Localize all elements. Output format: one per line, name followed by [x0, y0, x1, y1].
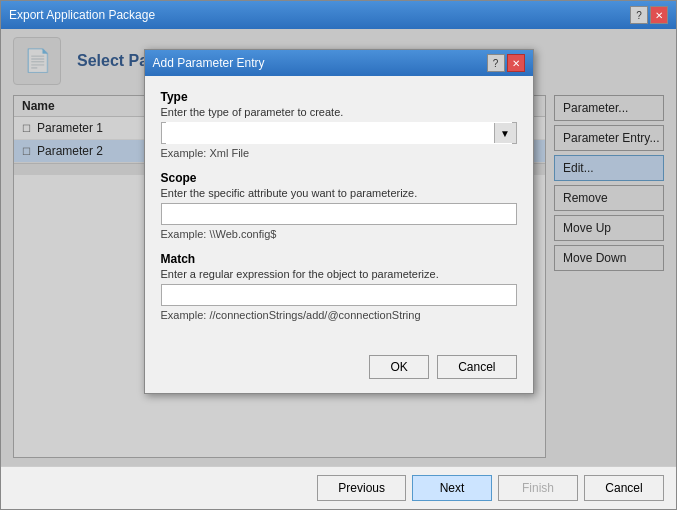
scope-example: Example: \\Web.config$ — [161, 228, 517, 240]
match-field-section: Match Enter a regular expression for the… — [161, 252, 517, 321]
match-example: Example: //connectionStrings/add/@connec… — [161, 309, 517, 321]
finish-button[interactable]: Finish — [498, 475, 578, 501]
next-button[interactable]: Next — [412, 475, 492, 501]
cancel-button[interactable]: Cancel — [584, 475, 664, 501]
outer-window-title: Export Application Package — [9, 8, 155, 22]
scope-description: Enter the specific attribute you want to… — [161, 187, 517, 199]
dialog-help-button[interactable]: ? — [487, 54, 505, 72]
dialog-close-button[interactable]: ✕ — [507, 54, 525, 72]
previous-button[interactable]: Previous — [317, 475, 406, 501]
scope-input[interactable] — [161, 203, 517, 225]
dialog-controls: ? ✕ — [487, 54, 525, 72]
scope-label: Scope — [161, 171, 517, 185]
type-description: Enter the type of parameter to create. — [161, 106, 517, 118]
outer-close-button[interactable]: ✕ — [650, 6, 668, 24]
outer-window: Export Application Package ? ✕ 📄 Select … — [0, 0, 677, 510]
dialog-ok-button[interactable]: OK — [369, 355, 429, 379]
outer-titlebar-controls: ? ✕ — [630, 6, 668, 24]
main-content: 📄 Select Parameters Name ☐ Parameter 1 ☐… — [1, 29, 676, 466]
match-description: Enter a regular expression for the objec… — [161, 268, 517, 280]
scope-field-section: Scope Enter the specific attribute you w… — [161, 171, 517, 240]
dialog-body: Type Enter the type of parameter to crea… — [145, 76, 533, 347]
type-input[interactable] — [166, 122, 512, 144]
match-label: Match — [161, 252, 517, 266]
dialog-cancel-button[interactable]: Cancel — [437, 355, 516, 379]
modal-overlay: Add Parameter Entry ? ✕ Type Enter the t… — [1, 29, 676, 466]
type-label: Type — [161, 90, 517, 104]
dialog-add-parameter-entry: Add Parameter Entry ? ✕ Type Enter the t… — [144, 49, 534, 394]
type-field-section: Type Enter the type of parameter to crea… — [161, 90, 517, 159]
dialog-footer: OK Cancel — [145, 347, 533, 393]
match-input[interactable] — [161, 284, 517, 306]
outer-titlebar: Export Application Package ? ✕ — [1, 1, 676, 29]
dialog-titlebar: Add Parameter Entry ? ✕ — [145, 50, 533, 76]
outer-help-button[interactable]: ? — [630, 6, 648, 24]
dialog-title: Add Parameter Entry — [153, 56, 265, 70]
bottom-nav: Previous Next Finish Cancel — [1, 466, 676, 509]
dropdown-arrow-icon[interactable]: ▼ — [494, 123, 516, 143]
type-example: Example: Xml File — [161, 147, 517, 159]
type-dropdown[interactable]: ▼ — [161, 122, 517, 144]
